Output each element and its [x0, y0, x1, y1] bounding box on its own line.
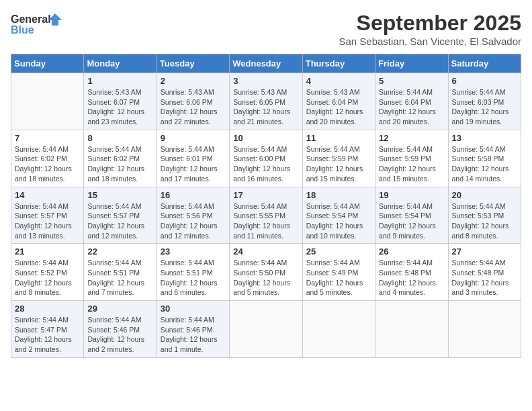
day-info: Sunrise: 5:44 AMSunset: 6:03 PMDaylight:…	[452, 87, 517, 127]
day-info: Sunrise: 5:44 AMSunset: 5:52 PMDaylight:…	[15, 258, 80, 298]
day-number: 18	[306, 190, 371, 200]
logo-svg: GeneralBlue	[11, 11, 64, 41]
calendar-cell: 3Sunrise: 5:43 AMSunset: 6:05 PMDaylight…	[230, 73, 302, 130]
day-number: 20	[452, 190, 517, 200]
calendar-cell: 7Sunrise: 5:44 AMSunset: 6:02 PMDaylight…	[11, 130, 84, 187]
title-area: September 2025 San Sebastian, San Vicent…	[339, 11, 521, 47]
calendar-cell	[11, 73, 84, 130]
day-number: 28	[15, 304, 80, 314]
day-info: Sunrise: 5:44 AMSunset: 5:46 PMDaylight:…	[87, 315, 152, 355]
day-info: Sunrise: 5:44 AMSunset: 5:46 PMDaylight:…	[161, 315, 226, 355]
calendar-cell: 5Sunrise: 5:44 AMSunset: 6:04 PMDaylight…	[375, 73, 448, 130]
day-number: 21	[15, 246, 80, 257]
day-info: Sunrise: 5:43 AMSunset: 6:04 PMDaylight:…	[306, 87, 371, 127]
col-header-tuesday: Tuesday	[157, 54, 229, 73]
day-info: Sunrise: 5:43 AMSunset: 6:05 PMDaylight:…	[233, 87, 298, 127]
calendar-cell	[448, 301, 521, 358]
calendar-cell: 20Sunrise: 5:44 AMSunset: 5:53 PMDayligh…	[448, 187, 521, 244]
svg-text:General: General	[11, 13, 51, 25]
calendar-cell	[375, 301, 448, 358]
calendar-cell: 19Sunrise: 5:44 AMSunset: 5:54 PMDayligh…	[375, 187, 448, 244]
calendar-cell: 18Sunrise: 5:44 AMSunset: 5:54 PMDayligh…	[302, 187, 375, 244]
day-info: Sunrise: 5:44 AMSunset: 5:56 PMDaylight:…	[161, 201, 226, 241]
day-number: 8	[87, 133, 152, 143]
calendar-cell: 13Sunrise: 5:44 AMSunset: 5:58 PMDayligh…	[448, 130, 521, 187]
calendar-cell: 25Sunrise: 5:44 AMSunset: 5:49 PMDayligh…	[302, 244, 375, 301]
calendar-week-row: 21Sunrise: 5:44 AMSunset: 5:52 PMDayligh…	[11, 244, 521, 301]
day-info: Sunrise: 5:44 AMSunset: 6:02 PMDaylight:…	[15, 144, 80, 184]
col-header-saturday: Saturday	[448, 54, 521, 73]
col-header-thursday: Thursday	[302, 54, 375, 73]
day-info: Sunrise: 5:44 AMSunset: 5:54 PMDaylight:…	[379, 201, 444, 241]
day-info: Sunrise: 5:44 AMSunset: 5:48 PMDaylight:…	[379, 258, 444, 298]
calendar-cell	[230, 301, 302, 358]
day-number: 19	[379, 190, 444, 200]
calendar-cell: 9Sunrise: 5:44 AMSunset: 6:01 PMDaylight…	[157, 130, 229, 187]
day-info: Sunrise: 5:44 AMSunset: 6:02 PMDaylight:…	[87, 144, 152, 184]
calendar-cell: 6Sunrise: 5:44 AMSunset: 6:03 PMDaylight…	[448, 73, 521, 130]
day-info: Sunrise: 5:44 AMSunset: 5:48 PMDaylight:…	[452, 258, 517, 298]
calendar-cell: 26Sunrise: 5:44 AMSunset: 5:48 PMDayligh…	[375, 244, 448, 301]
calendar-week-row: 7Sunrise: 5:44 AMSunset: 6:02 PMDaylight…	[11, 130, 521, 187]
day-number: 25	[306, 246, 371, 257]
calendar-cell: 23Sunrise: 5:44 AMSunset: 5:51 PMDayligh…	[157, 244, 229, 301]
day-info: Sunrise: 5:44 AMSunset: 5:59 PMDaylight:…	[306, 144, 371, 184]
calendar-table: SundayMondayTuesdayWednesdayThursdayFrid…	[11, 54, 521, 358]
day-number: 17	[233, 190, 298, 200]
day-number: 16	[161, 190, 226, 200]
day-number: 30	[161, 304, 226, 314]
col-header-wednesday: Wednesday	[230, 54, 302, 73]
day-number: 6	[452, 76, 517, 86]
day-info: Sunrise: 5:44 AMSunset: 5:55 PMDaylight:…	[233, 201, 298, 241]
calendar-cell: 14Sunrise: 5:44 AMSunset: 5:57 PMDayligh…	[11, 187, 84, 244]
day-info: Sunrise: 5:44 AMSunset: 5:50 PMDaylight:…	[233, 258, 298, 298]
day-number: 26	[379, 246, 444, 257]
day-number: 5	[379, 76, 444, 86]
day-number: 9	[161, 133, 226, 143]
calendar-cell: 10Sunrise: 5:44 AMSunset: 6:00 PMDayligh…	[230, 130, 302, 187]
day-number: 10	[233, 133, 298, 143]
day-number: 14	[15, 190, 80, 200]
day-info: Sunrise: 5:44 AMSunset: 5:54 PMDaylight:…	[306, 201, 371, 241]
location-subtitle: San Sebastian, San Vicente, El Salvador	[339, 36, 521, 47]
day-number: 15	[87, 190, 152, 200]
day-info: Sunrise: 5:44 AMSunset: 6:00 PMDaylight:…	[233, 144, 298, 184]
day-info: Sunrise: 5:44 AMSunset: 5:53 PMDaylight:…	[452, 201, 517, 241]
calendar-cell: 1Sunrise: 5:43 AMSunset: 6:07 PMDaylight…	[84, 73, 157, 130]
col-header-friday: Friday	[375, 54, 448, 73]
day-number: 27	[452, 246, 517, 257]
calendar-cell: 29Sunrise: 5:44 AMSunset: 5:46 PMDayligh…	[84, 301, 157, 358]
col-header-sunday: Sunday	[11, 54, 84, 73]
day-info: Sunrise: 5:44 AMSunset: 5:58 PMDaylight:…	[452, 144, 517, 184]
calendar-cell: 4Sunrise: 5:43 AMSunset: 6:04 PMDaylight…	[302, 73, 375, 130]
day-number: 22	[87, 246, 152, 257]
day-number: 12	[379, 133, 444, 143]
calendar-cell	[302, 301, 375, 358]
calendar-cell: 17Sunrise: 5:44 AMSunset: 5:55 PMDayligh…	[230, 187, 302, 244]
calendar-week-row: 1Sunrise: 5:43 AMSunset: 6:07 PMDaylight…	[11, 73, 521, 130]
day-info: Sunrise: 5:44 AMSunset: 5:51 PMDaylight:…	[87, 258, 152, 298]
day-info: Sunrise: 5:44 AMSunset: 5:51 PMDaylight:…	[161, 258, 226, 298]
calendar-cell: 21Sunrise: 5:44 AMSunset: 5:52 PMDayligh…	[11, 244, 84, 301]
calendar-cell: 22Sunrise: 5:44 AMSunset: 5:51 PMDayligh…	[84, 244, 157, 301]
day-number: 4	[306, 76, 371, 86]
day-info: Sunrise: 5:44 AMSunset: 5:57 PMDaylight:…	[87, 201, 152, 241]
month-title: September 2025	[339, 11, 521, 36]
day-info: Sunrise: 5:44 AMSunset: 6:01 PMDaylight:…	[161, 144, 226, 184]
calendar-cell: 11Sunrise: 5:44 AMSunset: 5:59 PMDayligh…	[302, 130, 375, 187]
calendar-cell: 27Sunrise: 5:44 AMSunset: 5:48 PMDayligh…	[448, 244, 521, 301]
day-number: 1	[87, 76, 152, 86]
calendar-cell: 30Sunrise: 5:44 AMSunset: 5:46 PMDayligh…	[157, 301, 229, 358]
day-number: 13	[452, 133, 517, 143]
calendar-cell: 12Sunrise: 5:44 AMSunset: 5:59 PMDayligh…	[375, 130, 448, 187]
calendar-cell: 28Sunrise: 5:44 AMSunset: 5:47 PMDayligh…	[11, 301, 84, 358]
calendar-week-row: 28Sunrise: 5:44 AMSunset: 5:47 PMDayligh…	[11, 301, 521, 358]
day-number: 23	[161, 246, 226, 257]
logo: GeneralBlue	[11, 11, 64, 41]
day-info: Sunrise: 5:43 AMSunset: 6:06 PMDaylight:…	[161, 87, 226, 127]
day-number: 3	[233, 76, 298, 86]
calendar-cell: 15Sunrise: 5:44 AMSunset: 5:57 PMDayligh…	[84, 187, 157, 244]
calendar-cell: 2Sunrise: 5:43 AMSunset: 6:06 PMDaylight…	[157, 73, 229, 130]
col-header-monday: Monday	[84, 54, 157, 73]
day-info: Sunrise: 5:44 AMSunset: 5:49 PMDaylight:…	[306, 258, 371, 298]
